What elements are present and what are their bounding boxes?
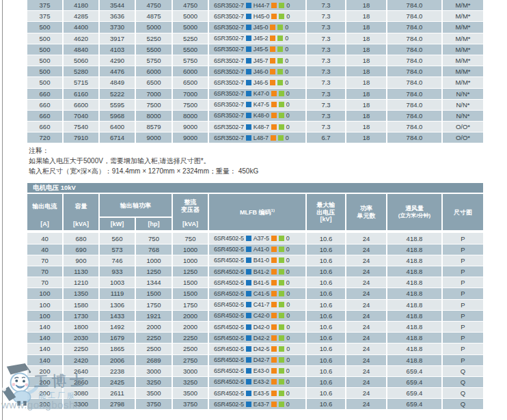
value-cell: 8000 bbox=[136, 111, 173, 121]
value-cell: O/O* bbox=[443, 122, 483, 132]
mlfb-text: A41-0 bbox=[254, 246, 269, 253]
mlfb-text: E43-5 bbox=[254, 390, 269, 397]
value-cell: P bbox=[443, 266, 483, 277]
mlfb-text: B41-5 bbox=[254, 279, 269, 286]
mlfb-text: D42-5 bbox=[254, 346, 270, 352]
mlfb-option-box-blue-icon bbox=[246, 269, 251, 275]
mlfb-option-box-green-icon bbox=[279, 257, 284, 263]
value-cell: 784.0 bbox=[387, 66, 443, 76]
value-cell: 5595 bbox=[100, 100, 136, 110]
value-cell: 10.6 bbox=[307, 233, 346, 243]
value-cell: 418.8 bbox=[387, 233, 443, 243]
notes-line: 输入柜尺寸（宽×深×高）：914.4mm × 1270mm × 2324mm；重… bbox=[29, 166, 483, 176]
mlfb-text: 6SR4502-5 bbox=[214, 324, 244, 331]
mlfb-text: C41-5 bbox=[254, 290, 270, 297]
value-cell: Q bbox=[443, 377, 483, 387]
value-cell: 2250 bbox=[64, 344, 100, 354]
value-cell: 1492 bbox=[100, 322, 136, 332]
value-cell: 10.6 bbox=[307, 255, 346, 266]
value-cell: 10.6 bbox=[307, 377, 346, 387]
catalog-page: { "colors": { "header_bg": "#8BA3B1", "t… bbox=[0, 0, 507, 420]
mlfb-code-cell: 6SR3502-7K47-00 bbox=[209, 89, 307, 99]
value-cell: 7.3 bbox=[307, 22, 346, 32]
value-cell: 140 bbox=[27, 355, 64, 365]
mlfb-text: H45-0 bbox=[254, 13, 270, 20]
value-cell: 18 bbox=[346, 122, 387, 132]
mlfb-code-cell: 6SR4502-5A37-50 bbox=[209, 233, 307, 243]
value-cell: 6600 bbox=[64, 100, 100, 110]
mlfb-text: K48-7 bbox=[254, 124, 269, 130]
value-cell: 1921 bbox=[136, 311, 173, 321]
mlfb-code-cell: 6SR3502-7K48-70 bbox=[209, 122, 307, 132]
value-cell: 5750 bbox=[173, 55, 209, 66]
mlfb-option-box-green-icon bbox=[278, 135, 284, 141]
value-cell: 1210 bbox=[64, 277, 100, 288]
mlfb-text: 6SR4502-5 bbox=[214, 346, 244, 352]
value-cell: 10.6 bbox=[307, 311, 346, 321]
value-cell: 784.0 bbox=[387, 132, 443, 143]
value-cell: 18 bbox=[346, 33, 387, 44]
value-cell: 660 bbox=[27, 100, 64, 110]
value-cell: P bbox=[443, 288, 483, 298]
value-cell: 500 bbox=[27, 33, 64, 44]
value-cell: 18 bbox=[346, 55, 387, 66]
value-cell: 2798 bbox=[100, 399, 136, 409]
value-cell: 3750 bbox=[136, 399, 173, 409]
mlfb-text: C42-0 bbox=[254, 312, 270, 319]
mlfb-text: 6SR3502-7 bbox=[214, 135, 244, 141]
mlfb-text: 0 bbox=[286, 401, 290, 408]
value-cell: M/M* bbox=[443, 22, 483, 32]
value-cell: 5250 bbox=[136, 33, 173, 44]
value-cell: 1130 bbox=[64, 266, 100, 277]
mlfb-code-cell: 6SR3502-7K47-50 bbox=[209, 100, 307, 110]
value-cell: 3300 bbox=[64, 399, 100, 409]
mlfb-text: K47-0 bbox=[254, 90, 269, 97]
mlfb-option-box-blue-icon bbox=[246, 335, 251, 341]
value-cell: 10.6 bbox=[307, 399, 346, 409]
value-cell: 7000 bbox=[136, 89, 173, 99]
value-cell: 70 bbox=[27, 266, 64, 277]
value-cell: 4180 bbox=[64, 0, 100, 10]
value-cell: 933 bbox=[100, 266, 136, 277]
value-cell: 659.4 bbox=[387, 388, 443, 398]
value-cell: 7540 bbox=[64, 122, 100, 132]
value-cell: 70 bbox=[27, 277, 64, 288]
value-cell: 784.0 bbox=[387, 89, 443, 99]
mlfb-code-cell: 6SR4502-5B41-00 bbox=[209, 255, 307, 266]
mlfb-code-cell: 6SR4502-5E43-20 bbox=[209, 377, 307, 387]
value-cell: 18 bbox=[346, 111, 387, 121]
mlfb-code-cell: 6SR4502-5D42-70 bbox=[209, 355, 307, 365]
value-cell: 659.4 bbox=[387, 366, 443, 376]
mlfb-text: 6SR3502-7 bbox=[214, 101, 244, 108]
value-cell: 4849 bbox=[100, 77, 136, 87]
value-cell: 1000 bbox=[173, 255, 209, 266]
mlfb-text: 6SR4502-5 bbox=[214, 235, 244, 242]
mlfb-text: K47-5 bbox=[254, 101, 269, 108]
value-cell: 500 bbox=[27, 66, 64, 76]
value-cell: 680 bbox=[64, 233, 100, 243]
table-row: 37542853636487550006SR3502-7H45-007.3187… bbox=[27, 11, 483, 21]
value-cell: 2750 bbox=[173, 355, 209, 365]
value-cell: 5750 bbox=[136, 55, 173, 66]
value-cell: 4103 bbox=[100, 44, 136, 55]
value-cell: 24 bbox=[346, 388, 387, 398]
mlfb-option-box-orange-icon bbox=[271, 135, 276, 141]
mlfb-text: 6SR4502-5 bbox=[214, 290, 244, 297]
value-cell: 7910 bbox=[64, 132, 100, 143]
value-cell: 24 bbox=[346, 233, 387, 243]
value-cell: 7.3 bbox=[307, 100, 346, 110]
value-cell: 40 bbox=[27, 244, 64, 255]
mlfb-text: 6SR3502-7 bbox=[214, 46, 244, 53]
value-cell: 4875 bbox=[136, 11, 173, 21]
table-row: 10017301433192120006SR4502-5C42-0010.624… bbox=[27, 311, 483, 321]
mlfb-option-box-orange-icon bbox=[271, 14, 277, 19]
mlfb-text: 6SR4502-5 bbox=[214, 335, 244, 341]
mlfb-text: D42-7 bbox=[254, 356, 270, 363]
mlfb-option-box-orange-icon bbox=[271, 335, 277, 341]
value-cell: 659.4 bbox=[387, 377, 443, 387]
mlfb-text: 6SR3502-7 bbox=[214, 112, 244, 119]
col-header-power-cells: 功率 单元数 bbox=[346, 194, 387, 230]
mlfb-option-box-blue-icon bbox=[246, 80, 251, 85]
mlfb-option-box-orange-icon bbox=[271, 3, 277, 8]
value-cell: 560 bbox=[100, 233, 136, 243]
